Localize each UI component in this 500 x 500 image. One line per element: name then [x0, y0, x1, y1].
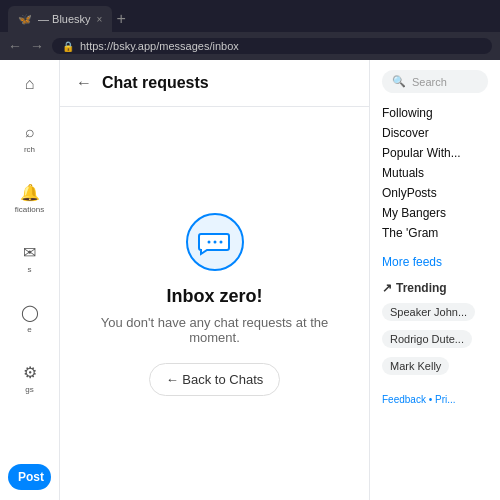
notifications-icon: 🔔	[20, 182, 40, 202]
trending-tag-1[interactable]: Speaker John...	[382, 303, 475, 321]
feedback-link[interactable]: Feedback • Pri...	[382, 394, 488, 405]
trending-icon: ↗	[382, 281, 392, 295]
feed-item-popular[interactable]: Popular With...	[382, 145, 488, 161]
trending-header: ↗ Trending	[382, 281, 488, 295]
sidebar-item-search[interactable]: ⌕ rch	[0, 118, 59, 158]
tab-favicon: 🦋	[18, 13, 32, 26]
feed-item-onlyposts[interactable]: OnlyPosts	[382, 185, 488, 201]
more-feeds-link[interactable]: More feeds	[382, 255, 488, 269]
trending-tag-2[interactable]: Rodrigo Dute...	[382, 330, 472, 348]
feed-item-mybangers[interactable]: My Bangers	[382, 205, 488, 221]
tab-title: — Bluesky	[38, 13, 91, 25]
sidebar-item-label: e	[27, 325, 31, 334]
sidebar-item-label: fications	[15, 205, 44, 214]
home-icon: ⌂	[20, 74, 40, 94]
tab-close-button[interactable]: ×	[97, 14, 103, 25]
tab-bar: 🦋 — Bluesky × +	[0, 0, 500, 32]
search-icon: ⌕	[20, 122, 40, 142]
trending-tag-3[interactable]: Mark Kelly	[382, 357, 449, 375]
left-sidebar: ⌂ ⌕ rch 🔔 fications ✉ s ◯ e ⚙ gs Post	[0, 60, 60, 500]
inbox-zero-icon	[185, 212, 245, 272]
sidebar-item-messages[interactable]: ✉ s	[0, 238, 59, 278]
messages-icon: ✉	[20, 242, 40, 262]
browser-chrome: 🦋 — Bluesky × + ← → 🔒 https://bsky.app/m…	[0, 0, 500, 60]
right-sidebar: 🔍 Search Following Discover Popular With…	[370, 60, 500, 500]
search-bar[interactable]: 🔍 Search	[382, 70, 488, 93]
chat-body: Inbox zero! You don't have any chat requ…	[60, 107, 369, 500]
sidebar-item-profile[interactable]: ◯ e	[0, 298, 59, 338]
back-arrow-icon[interactable]: ←	[76, 74, 92, 92]
sidebar-item-label: gs	[25, 385, 33, 394]
feed-item-discover[interactable]: Discover	[382, 125, 488, 141]
feed-item-following[interactable]: Following	[382, 105, 488, 121]
sidebar-item-home[interactable]: ⌂	[0, 70, 59, 98]
post-button[interactable]: Post	[8, 464, 51, 490]
sidebar-item-label: rch	[24, 145, 35, 154]
active-tab[interactable]: 🦋 — Bluesky ×	[8, 6, 112, 32]
url-text: https://bsky.app/messages/inbox	[80, 40, 239, 52]
back-to-chats-button[interactable]: ← Back to Chats	[149, 363, 281, 396]
back-button[interactable]: ←	[8, 38, 22, 54]
search-placeholder: Search	[412, 76, 447, 88]
sidebar-item-label: s	[28, 265, 32, 274]
inbox-zero-desc: You don't have any chat requests at the …	[80, 315, 349, 345]
feed-list: Following Discover Popular With... Mutua…	[382, 105, 488, 241]
profile-icon: ◯	[20, 302, 40, 322]
svg-point-1	[207, 240, 210, 243]
trending-section: ↗ Trending Speaker John... Rodrigo Dute.…	[382, 281, 488, 384]
new-tab-button[interactable]: +	[116, 11, 125, 27]
chat-requests-title: Chat requests	[102, 74, 209, 92]
inbox-zero-title: Inbox zero!	[166, 286, 262, 307]
forward-button[interactable]: →	[30, 38, 44, 54]
settings-icon: ⚙	[20, 362, 40, 382]
lock-icon: 🔒	[62, 41, 74, 52]
svg-point-3	[219, 240, 222, 243]
sidebar-item-settings[interactable]: ⚙ gs	[0, 358, 59, 398]
page-wrapper: ⌂ ⌕ rch 🔔 fications ✉ s ◯ e ⚙ gs Post ← …	[0, 60, 500, 500]
feed-item-mutuals[interactable]: Mutuals	[382, 165, 488, 181]
sidebar-item-notifications[interactable]: 🔔 fications	[0, 178, 59, 218]
center-panel: ← Chat requests Inbox zero! You don't ha…	[60, 60, 370, 500]
url-bar[interactable]: 🔒 https://bsky.app/messages/inbox	[52, 38, 492, 54]
search-icon: 🔍	[392, 75, 406, 88]
chat-header: ← Chat requests	[60, 60, 369, 107]
trending-label: Trending	[396, 281, 447, 295]
feed-item-thegram[interactable]: The 'Gram	[382, 225, 488, 241]
address-bar: ← → 🔒 https://bsky.app/messages/inbox	[0, 32, 500, 60]
svg-point-2	[213, 240, 216, 243]
